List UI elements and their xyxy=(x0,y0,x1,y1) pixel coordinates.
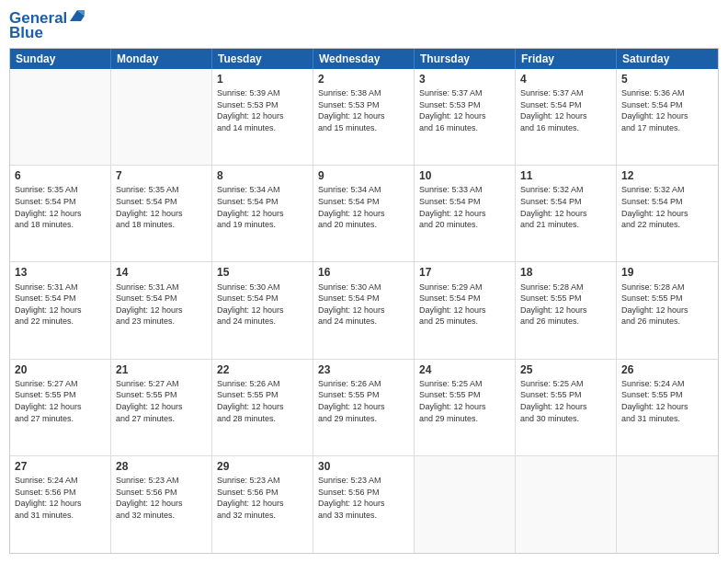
header-day-thursday: Thursday xyxy=(415,49,516,69)
day-info: Sunrise: 5:32 AM Sunset: 5:54 PM Dayligh… xyxy=(520,184,611,230)
calendar-cell: 5Sunrise: 5:36 AM Sunset: 5:54 PM Daylig… xyxy=(617,69,718,165)
calendar-cell: 12Sunrise: 5:32 AM Sunset: 5:54 PM Dayli… xyxy=(617,166,718,261)
calendar: SundayMondayTuesdayWednesdayThursdayFrid… xyxy=(9,48,719,554)
day-info: Sunrise: 5:34 AM Sunset: 5:54 PM Dayligh… xyxy=(318,184,409,230)
calendar-cell: 10Sunrise: 5:33 AM Sunset: 5:54 PM Dayli… xyxy=(415,166,516,261)
day-info: Sunrise: 5:28 AM Sunset: 5:55 PM Dayligh… xyxy=(520,282,611,327)
calendar-cell: 16Sunrise: 5:30 AM Sunset: 5:54 PM Dayli… xyxy=(313,262,415,358)
day-info: Sunrise: 5:30 AM Sunset: 5:54 PM Dayligh… xyxy=(217,282,308,327)
day-info: Sunrise: 5:30 AM Sunset: 5:54 PM Dayligh… xyxy=(318,282,409,327)
calendar-body: 1Sunrise: 5:39 AM Sunset: 5:53 PM Daylig… xyxy=(10,69,718,553)
header: General Blue xyxy=(9,9,719,42)
day-number: 14 xyxy=(116,265,207,280)
header-day-wednesday: Wednesday xyxy=(313,49,415,69)
header-day-monday: Monday xyxy=(111,49,212,69)
day-info: Sunrise: 5:31 AM Sunset: 5:54 PM Dayligh… xyxy=(116,282,207,327)
calendar-cell: 17Sunrise: 5:29 AM Sunset: 5:54 PM Dayli… xyxy=(415,262,516,358)
day-info: Sunrise: 5:23 AM Sunset: 5:56 PM Dayligh… xyxy=(217,475,308,521)
calendar-cell: 15Sunrise: 5:30 AM Sunset: 5:54 PM Dayli… xyxy=(212,262,313,358)
day-info: Sunrise: 5:24 AM Sunset: 5:55 PM Dayligh… xyxy=(621,378,713,424)
calendar-cell: 29Sunrise: 5:23 AM Sunset: 5:56 PM Dayli… xyxy=(212,456,313,553)
calendar-cell: 30Sunrise: 5:23 AM Sunset: 5:56 PM Dayli… xyxy=(313,456,415,553)
day-info: Sunrise: 5:33 AM Sunset: 5:54 PM Dayligh… xyxy=(419,184,510,230)
calendar-cell: 21Sunrise: 5:27 AM Sunset: 5:55 PM Dayli… xyxy=(111,360,212,455)
day-number: 30 xyxy=(318,459,409,474)
calendar-cell: 4Sunrise: 5:37 AM Sunset: 5:54 PM Daylig… xyxy=(516,69,617,165)
calendar-cell: 18Sunrise: 5:28 AM Sunset: 5:55 PM Dayli… xyxy=(516,262,617,358)
calendar-cell: 14Sunrise: 5:31 AM Sunset: 5:54 PM Dayli… xyxy=(111,262,212,358)
header-day-saturday: Saturday xyxy=(617,49,718,69)
day-info: Sunrise: 5:37 AM Sunset: 5:53 PM Dayligh… xyxy=(419,87,510,133)
header-day-friday: Friday xyxy=(516,49,617,69)
day-info: Sunrise: 5:37 AM Sunset: 5:54 PM Dayligh… xyxy=(520,87,611,133)
day-info: Sunrise: 5:26 AM Sunset: 5:55 PM Dayligh… xyxy=(318,378,409,424)
page: General Blue SundayMondayTuesdayWednesda… xyxy=(0,0,728,563)
day-info: Sunrise: 5:23 AM Sunset: 5:56 PM Dayligh… xyxy=(318,475,409,521)
day-number: 19 xyxy=(621,265,713,280)
day-number: 13 xyxy=(15,265,106,280)
day-info: Sunrise: 5:23 AM Sunset: 5:56 PM Dayligh… xyxy=(116,475,207,521)
day-number: 12 xyxy=(621,168,713,183)
day-number: 3 xyxy=(419,72,510,86)
day-number: 11 xyxy=(520,168,611,183)
calendar-cell: 7Sunrise: 5:35 AM Sunset: 5:54 PM Daylig… xyxy=(111,166,212,261)
calendar-cell xyxy=(10,69,111,165)
day-number: 20 xyxy=(15,362,106,377)
day-number: 1 xyxy=(217,72,308,86)
day-info: Sunrise: 5:28 AM Sunset: 5:55 PM Dayligh… xyxy=(621,282,713,327)
calendar-header: SundayMondayTuesdayWednesdayThursdayFrid… xyxy=(10,49,718,69)
day-info: Sunrise: 5:31 AM Sunset: 5:54 PM Dayligh… xyxy=(15,282,106,327)
day-info: Sunrise: 5:24 AM Sunset: 5:56 PM Dayligh… xyxy=(15,475,106,521)
calendar-cell: 1Sunrise: 5:39 AM Sunset: 5:53 PM Daylig… xyxy=(212,69,313,165)
calendar-cell: 13Sunrise: 5:31 AM Sunset: 5:54 PM Dayli… xyxy=(10,262,111,358)
week-row-5: 27Sunrise: 5:24 AM Sunset: 5:56 PM Dayli… xyxy=(10,456,718,553)
calendar-cell: 9Sunrise: 5:34 AM Sunset: 5:54 PM Daylig… xyxy=(313,166,415,261)
day-info: Sunrise: 5:27 AM Sunset: 5:55 PM Dayligh… xyxy=(116,378,207,424)
logo-icon xyxy=(68,6,86,25)
calendar-cell: 24Sunrise: 5:25 AM Sunset: 5:55 PM Dayli… xyxy=(415,360,516,455)
day-number: 18 xyxy=(520,265,611,280)
day-info: Sunrise: 5:29 AM Sunset: 5:54 PM Dayligh… xyxy=(419,282,510,327)
calendar-cell: 26Sunrise: 5:24 AM Sunset: 5:55 PM Dayli… xyxy=(617,360,718,455)
day-number: 8 xyxy=(217,168,308,183)
day-info: Sunrise: 5:36 AM Sunset: 5:54 PM Dayligh… xyxy=(621,87,713,133)
day-number: 6 xyxy=(15,168,106,183)
header-day-tuesday: Tuesday xyxy=(212,49,313,69)
day-number: 5 xyxy=(621,72,713,86)
day-info: Sunrise: 5:27 AM Sunset: 5:55 PM Dayligh… xyxy=(15,378,106,424)
day-number: 28 xyxy=(116,459,207,474)
day-number: 22 xyxy=(217,362,308,377)
day-number: 23 xyxy=(318,362,409,377)
week-row-3: 13Sunrise: 5:31 AM Sunset: 5:54 PM Dayli… xyxy=(10,262,718,359)
day-number: 9 xyxy=(318,168,409,183)
day-number: 4 xyxy=(520,72,611,86)
header-day-sunday: Sunday xyxy=(10,49,111,69)
week-row-2: 6Sunrise: 5:35 AM Sunset: 5:54 PM Daylig… xyxy=(10,166,718,262)
calendar-cell: 2Sunrise: 5:38 AM Sunset: 5:53 PM Daylig… xyxy=(313,69,415,165)
calendar-cell: 23Sunrise: 5:26 AM Sunset: 5:55 PM Dayli… xyxy=(313,360,415,455)
day-number: 25 xyxy=(520,362,611,377)
day-number: 10 xyxy=(419,168,510,183)
day-number: 29 xyxy=(217,459,308,474)
calendar-cell xyxy=(415,456,516,553)
day-info: Sunrise: 5:35 AM Sunset: 5:54 PM Dayligh… xyxy=(116,184,207,230)
calendar-cell: 27Sunrise: 5:24 AM Sunset: 5:56 PM Dayli… xyxy=(10,456,111,553)
day-number: 15 xyxy=(217,265,308,280)
day-number: 27 xyxy=(15,459,106,474)
day-info: Sunrise: 5:25 AM Sunset: 5:55 PM Dayligh… xyxy=(520,378,611,424)
day-info: Sunrise: 5:26 AM Sunset: 5:55 PM Dayligh… xyxy=(217,378,308,424)
calendar-cell: 25Sunrise: 5:25 AM Sunset: 5:55 PM Dayli… xyxy=(516,360,617,455)
logo: General Blue xyxy=(9,9,86,42)
calendar-cell: 20Sunrise: 5:27 AM Sunset: 5:55 PM Dayli… xyxy=(10,360,111,455)
calendar-cell xyxy=(516,456,617,553)
day-info: Sunrise: 5:34 AM Sunset: 5:54 PM Dayligh… xyxy=(217,184,308,230)
calendar-cell: 6Sunrise: 5:35 AM Sunset: 5:54 PM Daylig… xyxy=(10,166,111,261)
calendar-cell xyxy=(111,69,212,165)
day-number: 24 xyxy=(419,362,510,377)
day-number: 16 xyxy=(318,265,409,280)
day-number: 26 xyxy=(621,362,713,377)
calendar-cell: 11Sunrise: 5:32 AM Sunset: 5:54 PM Dayli… xyxy=(516,166,617,261)
week-row-1: 1Sunrise: 5:39 AM Sunset: 5:53 PM Daylig… xyxy=(10,69,718,166)
day-number: 2 xyxy=(318,72,409,86)
day-number: 17 xyxy=(419,265,510,280)
